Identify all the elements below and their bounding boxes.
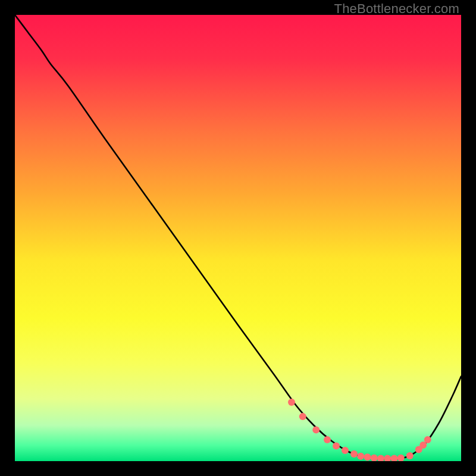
marker-dot — [357, 453, 364, 460]
marker-dot — [299, 413, 306, 420]
marker-dot — [406, 452, 414, 459]
marker-dot — [364, 453, 371, 461]
chart-frame — [15, 15, 461, 461]
marker-dot — [350, 450, 358, 458]
plot-svg — [15, 15, 461, 461]
marker-dot — [324, 436, 331, 443]
gradient-background — [15, 15, 461, 461]
marker-dot — [333, 443, 340, 450]
marker-dot — [288, 399, 295, 406]
marker-dot — [342, 447, 349, 454]
marker-dot — [312, 427, 320, 434]
marker-dot — [424, 436, 431, 443]
watermark-text: TheBottlenecker.com — [334, 1, 459, 17]
